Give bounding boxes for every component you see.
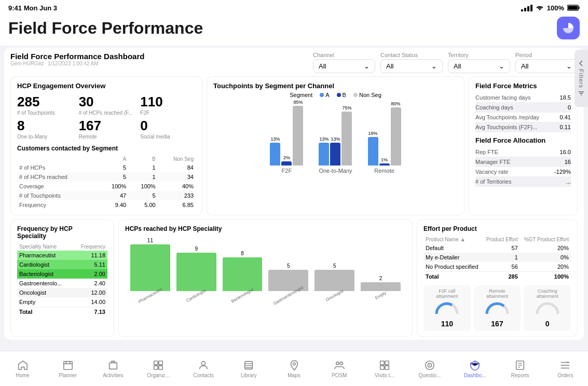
svg-rect-24 bbox=[385, 361, 389, 364]
metric-social: 0 Social media bbox=[140, 118, 196, 140]
nav-organize[interactable]: Organiz... bbox=[135, 351, 181, 386]
metrics-row: Customer facing days18.5 bbox=[475, 93, 571, 103]
remote-attainment: Remote attainment 167 bbox=[474, 285, 521, 331]
dashboard-icon-button[interactable] bbox=[557, 17, 580, 39]
wifi-icon bbox=[536, 5, 544, 11]
metric-social-value: 0 bbox=[140, 118, 196, 134]
table-row: Oncologist 12.00 bbox=[17, 288, 107, 297]
table-row: # of HCPs reached5134 bbox=[17, 172, 196, 182]
hcp-engagement-card: HCP Engagement Overview 285 # of Touchpo… bbox=[10, 76, 202, 215]
otm-a-bar bbox=[319, 143, 329, 166]
activities-icon bbox=[107, 360, 119, 371]
metric-f2f: 110 F2F bbox=[140, 94, 196, 116]
remote-attainment-arc bbox=[484, 301, 510, 316]
f2f-attainment-arc bbox=[434, 301, 460, 316]
nav-planner-label: Planner bbox=[59, 373, 77, 378]
status-right: 100% bbox=[521, 4, 580, 12]
nav-home[interactable]: Home bbox=[0, 351, 45, 386]
nav-activities-label: Activities bbox=[103, 373, 123, 378]
territory-select[interactable]: All ⌄ bbox=[448, 59, 510, 73]
metric-touchpoints: 285 # of Touchpoints bbox=[17, 94, 73, 116]
nav-contacts[interactable]: Contacts bbox=[181, 351, 226, 386]
touchpoints-chart: 13% 2% 85% F2F bbox=[213, 101, 458, 174]
segment-legend: Segment A B Non Seg bbox=[213, 92, 458, 98]
svg-rect-6 bbox=[63, 361, 72, 369]
table-row: My e-Detailer 1 0% bbox=[423, 253, 571, 262]
dashboard-wrapper: Field Force Performance Dashboard Gem HU… bbox=[0, 46, 588, 342]
legend-nonseg: Non Seg bbox=[353, 92, 381, 98]
filter-arrow-icon bbox=[578, 60, 585, 67]
f2f-bar-group: 13% 2% 85% F2F bbox=[270, 100, 303, 174]
period-select[interactable]: All ⌄ bbox=[515, 59, 578, 73]
f2f-b-bar bbox=[281, 161, 292, 166]
contact-status-label: Contact Status bbox=[380, 52, 443, 58]
customers-segment-title: Customers contacted by Segment bbox=[17, 145, 196, 152]
coaching-attainment-arc bbox=[535, 301, 560, 316]
bottom-nav: Home Planner Activities Organiz... Conta… bbox=[0, 351, 588, 386]
table-row: Empty 14.00 bbox=[17, 297, 107, 307]
nav-orders-label: Orders bbox=[557, 373, 573, 378]
orders-icon bbox=[559, 360, 571, 371]
nav-orders[interactable]: Orders bbox=[543, 351, 588, 386]
contact-status-select[interactable]: All ⌄ bbox=[380, 59, 443, 73]
table-row: # of HCPs5184 bbox=[17, 163, 196, 172]
table-row: Frequency9.405.006.85 bbox=[17, 200, 196, 210]
remote-b-bar bbox=[379, 163, 390, 166]
freq-col-name: Speciality Name bbox=[17, 243, 73, 251]
metric-hcps-reached-value: 30 bbox=[79, 94, 134, 110]
svg-rect-11 bbox=[154, 361, 158, 364]
metric-f2f-value: 110 bbox=[140, 94, 196, 110]
effort-col-effort: Product Effort bbox=[483, 236, 520, 243]
svg-point-15 bbox=[202, 361, 206, 365]
table-row: # of Touchpoints475233 bbox=[17, 191, 196, 200]
svg-point-22 bbox=[340, 362, 343, 365]
nav-reports[interactable]: Reports bbox=[498, 351, 543, 386]
remote-bar-group: 19% 1% 80% Remote bbox=[368, 101, 401, 174]
nav-maps[interactable]: Maps bbox=[271, 351, 317, 386]
filters-label: Filters bbox=[578, 69, 584, 88]
row-1: HCP Engagement Overview 285 # of Touchpo… bbox=[10, 76, 578, 215]
hcps-speciality-chart: 11 Pharmaceutist 9 Cardiologist 8 B bbox=[125, 236, 406, 298]
visits-icon bbox=[379, 360, 390, 371]
f2f-attainment-value: 110 bbox=[428, 320, 467, 328]
bar-cardiologist: 9 Cardiologist bbox=[176, 246, 216, 298]
bar-empty: 2 Empty bbox=[361, 275, 401, 298]
contact-status-filter: Contact Status All ⌄ bbox=[380, 52, 443, 73]
hcp-metrics-grid: 285 # of Touchpoints 30 # of HCPs reache… bbox=[17, 94, 196, 140]
channel-select[interactable]: All ⌄ bbox=[313, 59, 375, 73]
nav-planner[interactable]: Planner bbox=[45, 351, 90, 386]
nav-questions-label: Questio... bbox=[419, 373, 441, 378]
nav-posm[interactable]: POSM bbox=[317, 351, 362, 386]
header: Field Force Performance bbox=[0, 15, 588, 46]
nav-activities[interactable]: Activities bbox=[90, 351, 135, 386]
territory-label: Territory bbox=[448, 52, 510, 58]
effort-table: Product Name ▲ Product Effort %GT Produc… bbox=[423, 236, 571, 281]
table-row: Gastroenterolo... 2.40 bbox=[17, 279, 107, 288]
legend-a: A bbox=[320, 92, 329, 98]
remote-ns-bar bbox=[391, 107, 401, 166]
nav-contacts-label: Contacts bbox=[193, 373, 213, 378]
metric-remote: 167 Remote bbox=[79, 118, 134, 140]
battery-icon bbox=[567, 5, 580, 11]
svg-rect-10 bbox=[110, 363, 117, 369]
library-icon bbox=[243, 360, 254, 371]
table-row: No Product specified 56 20% bbox=[423, 262, 571, 272]
home-icon bbox=[17, 360, 29, 371]
nav-dashboard[interactable]: Dashbo... bbox=[453, 351, 498, 386]
f2f-ns-bar bbox=[293, 106, 303, 166]
effort-col-pct: %GT Product Effort bbox=[520, 236, 571, 243]
nav-dashboard-label: Dashbo... bbox=[464, 373, 486, 378]
nav-questions[interactable]: Questio... bbox=[407, 351, 452, 386]
nav-library[interactable]: Library bbox=[226, 351, 271, 386]
legend-b-dot bbox=[337, 93, 341, 97]
channel-label: Channel bbox=[313, 52, 375, 58]
field-force-metrics-list: Customer facing days18.5 Coaching days0 … bbox=[475, 93, 571, 132]
filter-sidebar-toggle[interactable]: Filters bbox=[575, 50, 588, 107]
touchpoints-title: Touchpoints by Segment per Channel bbox=[213, 82, 458, 90]
table-row: Pharmaceutist 11.18 bbox=[17, 251, 107, 260]
nav-visits[interactable]: Visits t... bbox=[362, 351, 407, 386]
f2f-attainment: F2F call attainment 110 bbox=[423, 285, 471, 331]
posm-icon bbox=[334, 360, 345, 371]
allocation-row: Rep FTE16.0 bbox=[475, 147, 571, 157]
territory-filter: Territory All ⌄ bbox=[448, 52, 510, 73]
